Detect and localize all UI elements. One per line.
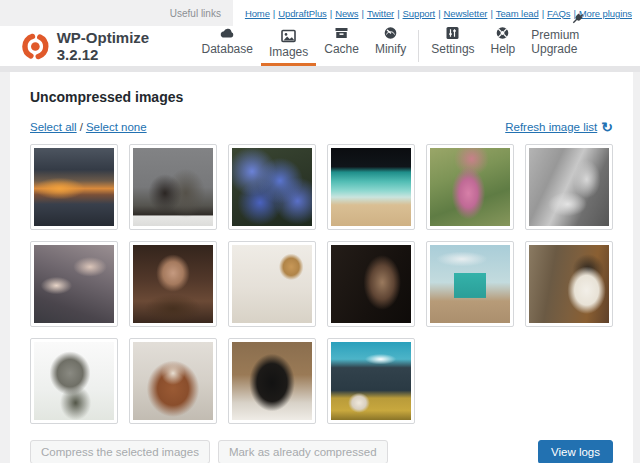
image-cell[interactable] bbox=[30, 144, 118, 230]
select-all-link[interactable]: Select all bbox=[30, 121, 77, 133]
cloud-icon bbox=[219, 26, 235, 40]
tab-premium-upgrade[interactable]: Premium Upgrade bbox=[523, 12, 632, 66]
useful-links-label: Useful links bbox=[170, 8, 221, 19]
image-cell[interactable] bbox=[129, 338, 217, 424]
image-cell[interactable] bbox=[327, 338, 415, 424]
tab-cache[interactable]: Cache bbox=[316, 26, 367, 66]
nav-separator bbox=[418, 30, 419, 62]
wp-optimize-logo-icon bbox=[22, 33, 49, 60]
link-separator: | bbox=[273, 8, 275, 19]
thumbnail-teddy-bear-blanket[interactable] bbox=[232, 245, 312, 323]
image-cell[interactable] bbox=[30, 241, 118, 327]
select-none-link[interactable]: Select none bbox=[86, 121, 147, 133]
uncompressed-images-panel: Uncompressed images Select all/Select no… bbox=[10, 72, 633, 463]
mark-compressed-button[interactable]: Mark as already compressed bbox=[218, 440, 388, 463]
image-cell[interactable] bbox=[129, 144, 217, 230]
lifebuoy-icon bbox=[495, 26, 510, 40]
plugin-title: WP-Optimize 3.2.12 bbox=[57, 29, 194, 63]
image-cell[interactable] bbox=[129, 241, 217, 327]
tab-label: Cache bbox=[324, 42, 359, 56]
topbar-link-twitter[interactable]: Twitter bbox=[367, 8, 394, 19]
tab-label: Images bbox=[269, 45, 308, 59]
image-cell[interactable] bbox=[426, 144, 514, 230]
link-separator: | bbox=[397, 8, 399, 19]
archive-icon bbox=[334, 26, 349, 40]
thumbnail-mountain-sunset[interactable] bbox=[34, 148, 114, 226]
thumbnail-two-people-laptop[interactable] bbox=[133, 148, 213, 226]
link-separator: | bbox=[438, 8, 440, 19]
page-title: Uncompressed images bbox=[30, 89, 613, 105]
thumbnail-calico-cat-wood[interactable] bbox=[529, 245, 609, 323]
tab-minify[interactable]: Minify bbox=[367, 26, 414, 66]
image-cell[interactable] bbox=[525, 144, 613, 230]
topbar-link-home[interactable]: Home bbox=[245, 8, 270, 19]
image-cell[interactable] bbox=[426, 241, 514, 327]
thumbnail-lifeguard-tower-beach[interactable] bbox=[430, 245, 510, 323]
thumbnail-moody-clouds[interactable] bbox=[34, 245, 114, 323]
image-cell[interactable] bbox=[228, 144, 316, 230]
thumbnail-llama-mountain[interactable] bbox=[331, 342, 411, 420]
link-separator: | bbox=[362, 8, 364, 19]
thumbnail-bearded-man-portrait[interactable] bbox=[331, 245, 411, 323]
topbar-link-news[interactable]: News bbox=[335, 8, 358, 19]
image-cell[interactable] bbox=[327, 241, 415, 327]
image-cell[interactable] bbox=[228, 338, 316, 424]
link-separator: | bbox=[330, 8, 332, 19]
image-cell[interactable] bbox=[525, 241, 613, 327]
topbar-link-support[interactable]: Support bbox=[403, 8, 436, 19]
select-links: Select all/Select none bbox=[30, 121, 147, 133]
view-logs-button[interactable]: View logs bbox=[538, 440, 613, 463]
topbar-link-newsletter[interactable]: Newsletter bbox=[444, 8, 488, 19]
image-grid bbox=[30, 144, 613, 424]
action-buttons-row: Compress the selected images Mark as alr… bbox=[30, 440, 613, 463]
plugin-header: WP-Optimize 3.2.12 Database Images Cache… bbox=[0, 26, 640, 66]
tab-label: Minify bbox=[375, 42, 406, 56]
selection-controls: Select all/Select none Refresh image lis… bbox=[30, 120, 613, 134]
thumbnail-pink-foxglove[interactable] bbox=[430, 148, 510, 226]
thumbnail-girl-with-books[interactable] bbox=[133, 245, 213, 323]
images-icon bbox=[281, 29, 296, 43]
refresh-image-list-link[interactable]: Refresh image list bbox=[505, 121, 597, 133]
settings-icon bbox=[445, 26, 460, 40]
slash-separator: / bbox=[80, 121, 83, 133]
nav-tabs: Database Images Cache Minify Settings He… bbox=[194, 26, 640, 66]
brand: WP-Optimize 3.2.12 bbox=[22, 29, 194, 63]
tab-label: Premium Upgrade bbox=[531, 28, 624, 56]
tab-help[interactable]: Help bbox=[483, 26, 524, 66]
topbar-link-updraftplus[interactable]: UpdraftPlus bbox=[278, 8, 327, 19]
refresh-controls: Refresh image list ↻ bbox=[505, 120, 613, 134]
plug-icon bbox=[570, 12, 585, 26]
link-separator: | bbox=[490, 8, 492, 19]
tab-images[interactable]: Images bbox=[261, 29, 316, 66]
tab-database[interactable]: Database bbox=[194, 26, 261, 66]
image-cell[interactable] bbox=[228, 241, 316, 327]
compress-selected-button[interactable]: Compress the selected images bbox=[30, 440, 210, 463]
thumbnail-bw-person-reading[interactable] bbox=[529, 148, 609, 226]
tab-label: Settings bbox=[431, 42, 474, 56]
thumbnail-blue-flowers[interactable] bbox=[232, 148, 312, 226]
image-cell[interactable] bbox=[30, 338, 118, 424]
thumbnail-black-dog-snow[interactable] bbox=[232, 342, 312, 420]
tab-label: Help bbox=[491, 42, 516, 56]
thumbnail-ocean-wave-beach[interactable] bbox=[331, 148, 411, 226]
thumbnail-brown-cow[interactable] bbox=[133, 342, 213, 420]
thumbnail-tabby-cat-face[interactable] bbox=[34, 342, 114, 420]
tab-label: Database bbox=[202, 42, 253, 56]
image-cell[interactable] bbox=[327, 144, 415, 230]
tab-settings[interactable]: Settings bbox=[423, 26, 482, 66]
speedometer-icon bbox=[383, 26, 398, 40]
refresh-icon[interactable]: ↻ bbox=[601, 120, 613, 134]
